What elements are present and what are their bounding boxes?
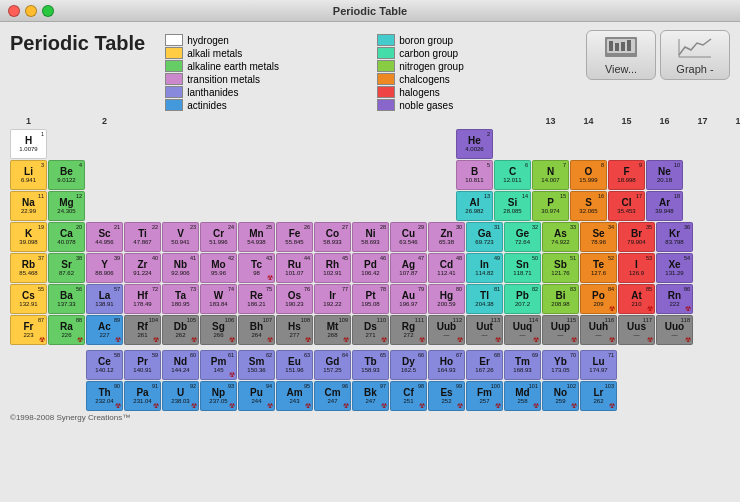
- element-V[interactable]: 23 V 50.941: [162, 222, 199, 252]
- element-Zn[interactable]: 30 Zn 65.38: [428, 222, 465, 252]
- element-Lr[interactable]: 103 Lr 262 ☢: [580, 381, 617, 411]
- element-Cr[interactable]: 24 Cr 51.996: [200, 222, 237, 252]
- element-Mn[interactable]: 25 Mn 54.938: [238, 222, 275, 252]
- element-C[interactable]: 6 C 12.011: [494, 160, 531, 190]
- element-Rn[interactable]: 86 Rn 222 ☢: [656, 284, 693, 314]
- element-Rh[interactable]: 45 Rh 102.91: [314, 253, 351, 283]
- element-Cl[interactable]: 17 Cl 35.453: [608, 191, 645, 221]
- element-Ti[interactable]: 22 Ti 47.867: [124, 222, 161, 252]
- element-Th[interactable]: 90 Th 232.04 ☢: [86, 381, 123, 411]
- element-Po[interactable]: 84 Po 209 ☢: [580, 284, 617, 314]
- element-Hf[interactable]: 72 Hf 178.49: [124, 284, 161, 314]
- element-Al[interactable]: 13 Al 26.982: [456, 191, 493, 221]
- element-Uuo[interactable]: 118 Uuo — ☢: [656, 315, 693, 345]
- element-Mg[interactable]: 12 Mg 24.305: [48, 191, 85, 221]
- element-Fm[interactable]: 100 Fm 257 ☢: [466, 381, 503, 411]
- element-B[interactable]: 5 B 10.811: [456, 160, 493, 190]
- element-Lu[interactable]: 71 Lu 174.97: [580, 350, 617, 380]
- element-Rf[interactable]: 104 Rf 261 ☢: [124, 315, 161, 345]
- element-Bk[interactable]: 97 Bk 247 ☢: [352, 381, 389, 411]
- element-Ca[interactable]: 20 Ca 40.078: [48, 222, 85, 252]
- element-Am[interactable]: 95 Am 243 ☢: [276, 381, 313, 411]
- element-Sg[interactable]: 106 Sg 266 ☢: [200, 315, 237, 345]
- element-La-placeholder[interactable]: 57 La 138.91: [86, 284, 123, 314]
- element-Pt[interactable]: 78 Pt 195.08: [352, 284, 389, 314]
- element-Pa[interactable]: 91 Pa 231.04 ☢: [124, 381, 161, 411]
- element-Uup[interactable]: 115 Uup — ☢: [542, 315, 579, 345]
- element-Re[interactable]: 75 Re 186.21: [238, 284, 275, 314]
- element-Ce[interactable]: 58 Ce 140.12: [86, 350, 123, 380]
- element-Yb[interactable]: 70 Yb 173.05: [542, 350, 579, 380]
- element-Te[interactable]: 52 Te 127.6: [580, 253, 617, 283]
- element-Ag[interactable]: 47 Ag 107.87: [390, 253, 427, 283]
- element-Pm[interactable]: 61 Pm 145 ☢: [200, 350, 237, 380]
- element-Tc[interactable]: 43 Tc 98 ☢: [238, 253, 275, 283]
- element-Uut[interactable]: 113 Uut — ☢: [466, 315, 503, 345]
- element-Hg[interactable]: 80 Hg 200.59: [428, 284, 465, 314]
- element-I[interactable]: 53 I 126.9: [618, 253, 655, 283]
- element-Ge[interactable]: 32 Ge 72.64: [504, 222, 541, 252]
- element-Sr[interactable]: 38 Sr 87.62: [48, 253, 85, 283]
- element-Sc[interactable]: 21 Sc 44.956: [86, 222, 123, 252]
- element-Ir[interactable]: 77 Ir 192.22: [314, 284, 351, 314]
- element-Fr[interactable]: 87 Fr 223 ☢: [10, 315, 47, 345]
- element-Ar[interactable]: 18 Ar 39.948: [646, 191, 683, 221]
- element-Ru[interactable]: 44 Ru 101.07: [276, 253, 313, 283]
- element-Np[interactable]: 93 Np 237.05 ☢: [200, 381, 237, 411]
- element-U[interactable]: 92 U 238.03 ☢: [162, 381, 199, 411]
- element-Bh[interactable]: 107 Bh 264 ☢: [238, 315, 275, 345]
- element-Se[interactable]: 34 Se 78.96: [580, 222, 617, 252]
- element-At[interactable]: 85 At 210 ☢: [618, 284, 655, 314]
- element-Tb[interactable]: 65 Tb 158.93: [352, 350, 389, 380]
- element-K[interactable]: 19 K 39.098: [10, 222, 47, 252]
- element-Ho[interactable]: 67 Ho 164.93: [428, 350, 465, 380]
- element-Cu[interactable]: 29 Cu 63.546: [390, 222, 427, 252]
- element-Nb[interactable]: 41 Nb 92.906: [162, 253, 199, 283]
- element-Es[interactable]: 99 Es 252 ☢: [428, 381, 465, 411]
- element-In[interactable]: 49 In 114.82: [466, 253, 503, 283]
- element-No[interactable]: 102 No 259 ☢: [542, 381, 579, 411]
- element-As[interactable]: 33 As 74.922: [542, 222, 579, 252]
- element-Kr[interactable]: 36 Kr 83.798: [656, 222, 693, 252]
- element-S[interactable]: 16 S 32.065: [570, 191, 607, 221]
- element-Cd[interactable]: 48 Cd 112.41: [428, 253, 465, 283]
- element-Au[interactable]: 79 Au 196.97: [390, 284, 427, 314]
- element-Tm[interactable]: 69 Tm 168.93: [504, 350, 541, 380]
- element-Pd[interactable]: 46 Pd 106.42: [352, 253, 389, 283]
- element-Br[interactable]: 35 Br 79.904: [618, 222, 655, 252]
- element-Uuq[interactable]: 114 Uuq — ☢: [504, 315, 541, 345]
- element-Gd[interactable]: 64 Gd 157.25: [314, 350, 351, 380]
- element-Pu[interactable]: 94 Pu 244 ☢: [238, 381, 275, 411]
- element-Uus[interactable]: 117 Uus — ☢: [618, 315, 655, 345]
- element-Db[interactable]: 105 Db 262 ☢: [162, 315, 199, 345]
- element-Sb[interactable]: 51 Sb 121.76: [542, 253, 579, 283]
- element-Y[interactable]: 39 Y 88.906: [86, 253, 123, 283]
- element-Co[interactable]: 27 Co 58.933: [314, 222, 351, 252]
- element-Sn[interactable]: 50 Sn 118.71: [504, 253, 541, 283]
- element-Mo[interactable]: 42 Mo 95.96: [200, 253, 237, 283]
- element-Ba[interactable]: 56 Ba 137.33: [48, 284, 85, 314]
- element-Rg[interactable]: 111 Rg 272 ☢: [390, 315, 427, 345]
- element-F[interactable]: 9 F 18.998: [608, 160, 645, 190]
- element-Os[interactable]: 76 Os 190.23: [276, 284, 313, 314]
- element-Ra[interactable]: 88 Ra 226 ☢: [48, 315, 85, 345]
- element-Ac-placeholder[interactable]: 89 Ac 227 ☢: [86, 315, 123, 345]
- element-Xe[interactable]: 54 Xe 131.29: [656, 253, 693, 283]
- element-Hs[interactable]: 108 Hs 277 ☢: [276, 315, 313, 345]
- element-Be[interactable]: 4 Be 9.0122: [48, 160, 85, 190]
- element-W[interactable]: 74 W 183.84: [200, 284, 237, 314]
- element-Eu[interactable]: 63 Eu 151.96: [276, 350, 313, 380]
- maximize-button[interactable]: [42, 5, 54, 17]
- element-Na[interactable]: 11 Na 22.99: [10, 191, 47, 221]
- graph-button[interactable]: Graph -: [660, 30, 730, 80]
- minimize-button[interactable]: [25, 5, 37, 17]
- element-Ds[interactable]: 110 Ds 271 ☢: [352, 315, 389, 345]
- close-button[interactable]: [8, 5, 20, 17]
- element-Cf[interactable]: 98 Cf 251 ☢: [390, 381, 427, 411]
- element-Cm[interactable]: 96 Cm 247 ☢: [314, 381, 351, 411]
- element-Si[interactable]: 14 Si 28.085: [494, 191, 531, 221]
- element-H[interactable]: 1 H 1.0079: [10, 129, 47, 159]
- element-He[interactable]: 2 He 4.0026: [456, 129, 493, 159]
- element-Sm[interactable]: 62 Sm 150.36: [238, 350, 275, 380]
- element-Ni[interactable]: 28 Ni 58.693: [352, 222, 389, 252]
